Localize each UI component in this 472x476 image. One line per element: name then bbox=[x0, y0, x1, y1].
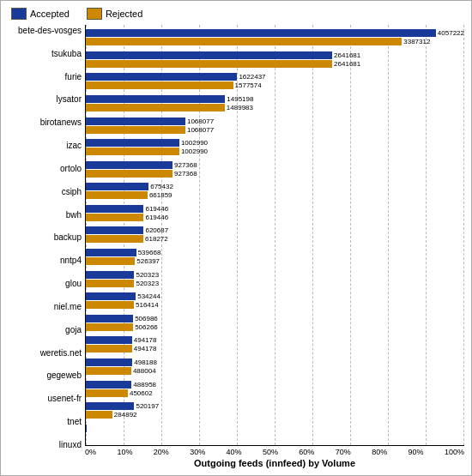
bar-row-linuxd bbox=[86, 421, 464, 443]
bar-pair: 26416812641681 bbox=[86, 51, 464, 68]
y-label-birotanews: birotanews bbox=[40, 118, 82, 127]
y-label-furie: furie bbox=[65, 73, 82, 81]
bar-row-izac: 10029901002990 bbox=[86, 136, 464, 159]
rejected-value-tnet: 284892 bbox=[114, 411, 137, 419]
bar-row-weretis.net: 494178494178 bbox=[86, 334, 464, 356]
accepted-line-nntp4: 539668 bbox=[86, 249, 464, 256]
legend-rejected-label: Rejected bbox=[106, 9, 142, 19]
bar-pair: 520323520323 bbox=[86, 271, 464, 287]
bar-accepted-glou bbox=[86, 271, 134, 279]
rejected-line-lysator: 1489983 bbox=[86, 104, 464, 111]
bar-row-backup: 620687618272 bbox=[86, 224, 464, 246]
x-label-0%: 0% bbox=[85, 448, 96, 456]
x-label-80%: 80% bbox=[372, 448, 387, 456]
legend: Accepted Rejected bbox=[4, 4, 468, 25]
bar-row-furie: 16224371577574 bbox=[86, 70, 464, 93]
bar-accepted-izac bbox=[86, 139, 179, 147]
bar-pair: 10680771068077 bbox=[86, 117, 464, 134]
bar-pair: 488958450602 bbox=[86, 381, 464, 397]
bar-pair: 927368927368 bbox=[86, 161, 464, 178]
accepted-line-glou: 520323 bbox=[86, 271, 464, 279]
x-label-50%: 50% bbox=[263, 448, 278, 456]
bar-row-glou: 520323520323 bbox=[86, 268, 464, 290]
x-label-30%: 30% bbox=[190, 448, 205, 456]
accepted-value-birotanews: 1068077 bbox=[187, 117, 214, 125]
rejected-value-glou: 520323 bbox=[136, 280, 159, 287]
bar-accepted-usenet-fr bbox=[86, 381, 131, 389]
bar-rejected-glou bbox=[86, 280, 134, 287]
y-axis-labels: bete-des-vosgestsukubafurielysatorbirota… bbox=[8, 25, 85, 468]
accepted-line-weretis.net: 494178 bbox=[86, 336, 464, 344]
bar-row-lysator: 14951981489983 bbox=[86, 93, 464, 115]
rejected-line-nntp4: 526397 bbox=[86, 257, 464, 265]
bars-inner: 4057222338731226416812641681162243715775… bbox=[86, 25, 464, 445]
bar-accepted-niel.me bbox=[86, 292, 136, 300]
accepted-value-tsukuba: 2641681 bbox=[334, 51, 360, 59]
accepted-value-tnet: 520197 bbox=[136, 402, 159, 410]
bar-row-bwh: 619446619446 bbox=[86, 202, 464, 225]
bar-pair: 619446619446 bbox=[86, 205, 464, 221]
bar-rejected-ortolo bbox=[86, 170, 172, 178]
accepted-line-usenet-fr: 488958 bbox=[86, 381, 464, 389]
bar-rejected-backup bbox=[86, 235, 143, 243]
rejected-value-niel.me: 516414 bbox=[136, 301, 159, 309]
legend-accepted: Accepted bbox=[11, 8, 70, 20]
bar-accepted-ortolo bbox=[86, 161, 172, 169]
accepted-line-gegeweb: 498188 bbox=[86, 359, 464, 366]
y-label-niel.me: niel.me bbox=[54, 303, 82, 311]
rejected-line-furie: 1577574 bbox=[86, 81, 464, 89]
y-label-izac: izac bbox=[66, 142, 82, 150]
bar-row-gegeweb: 498188488004 bbox=[86, 356, 464, 378]
bar-pair: 494178494178 bbox=[86, 336, 464, 352]
bar-rejected-bwh bbox=[86, 214, 143, 221]
bar-row-goja: 506986506266 bbox=[86, 312, 464, 334]
bar-pair: 498188488004 bbox=[86, 359, 464, 375]
accepted-value-backup: 620687 bbox=[145, 226, 168, 234]
bar-rejected-bete-des-vosges bbox=[86, 38, 402, 45]
bar-pair: 16224371577574 bbox=[86, 73, 464, 89]
accepted-line-bwh: 619446 bbox=[86, 205, 464, 213]
bar-pair: 534244516414 bbox=[86, 292, 464, 309]
rejected-line-goja: 506266 bbox=[86, 323, 464, 331]
bar-rejected-goja bbox=[86, 323, 133, 331]
rejected-value-csiph: 661859 bbox=[149, 191, 172, 199]
bar-row-nntp4: 539668526397 bbox=[86, 246, 464, 268]
bar-rejected-lysator bbox=[86, 104, 225, 111]
legend-accepted-box bbox=[11, 8, 27, 20]
bar-row-tnet: 520197284892 bbox=[86, 400, 464, 422]
y-label-weretis.net: weretis.net bbox=[40, 349, 82, 358]
bar-rejected-usenet-fr bbox=[86, 389, 128, 397]
rejected-line-linuxd bbox=[86, 433, 464, 441]
bar-pair bbox=[86, 425, 464, 441]
x-label-20%: 20% bbox=[154, 448, 169, 456]
accepted-line-niel.me: 534244 bbox=[86, 292, 464, 300]
rejected-line-backup: 618272 bbox=[86, 235, 464, 243]
rejected-value-usenet-fr: 450602 bbox=[130, 389, 153, 397]
x-label-100%: 100% bbox=[445, 448, 464, 456]
accepted-value-nntp4: 539668 bbox=[138, 249, 161, 256]
x-axis-labels: 0%10%20%30%40%50%60%70%80%90%100% bbox=[85, 446, 464, 456]
bar-rejected-niel.me bbox=[86, 301, 134, 309]
bar-rejected-izac bbox=[86, 148, 179, 155]
rejected-value-birotanews: 1068077 bbox=[187, 126, 214, 134]
y-label-bwh: bwh bbox=[66, 211, 82, 220]
rejected-value-gegeweb: 488004 bbox=[133, 367, 156, 375]
accepted-value-goja: 506986 bbox=[135, 315, 158, 322]
accepted-line-birotanews: 1068077 bbox=[86, 117, 464, 125]
bar-pair: 620687618272 bbox=[86, 226, 464, 243]
y-label-linuxd: linuxd bbox=[59, 441, 82, 449]
rejected-line-gegeweb: 488004 bbox=[86, 367, 464, 375]
bar-accepted-furie bbox=[86, 73, 237, 81]
y-label-tnet: tnet bbox=[67, 418, 82, 426]
accepted-line-csiph: 675432 bbox=[86, 183, 464, 190]
rejected-line-weretis.net: 494178 bbox=[86, 345, 464, 352]
chart-container: Accepted Rejected bete-des-vosgestsukuba… bbox=[0, 0, 472, 476]
bar-accepted-bwh bbox=[86, 205, 143, 213]
bars-and-x: 4057222338731226416812641681162243715775… bbox=[85, 25, 464, 468]
y-label-usenet-fr: usenet-fr bbox=[48, 395, 82, 403]
bar-row-csiph: 675432661859 bbox=[86, 180, 464, 202]
y-label-csiph: csiph bbox=[62, 188, 82, 196]
rejected-value-backup: 618272 bbox=[145, 235, 168, 243]
accepted-line-goja: 506986 bbox=[86, 315, 464, 322]
accepted-value-bete-des-vosges: 4057222 bbox=[438, 29, 464, 37]
